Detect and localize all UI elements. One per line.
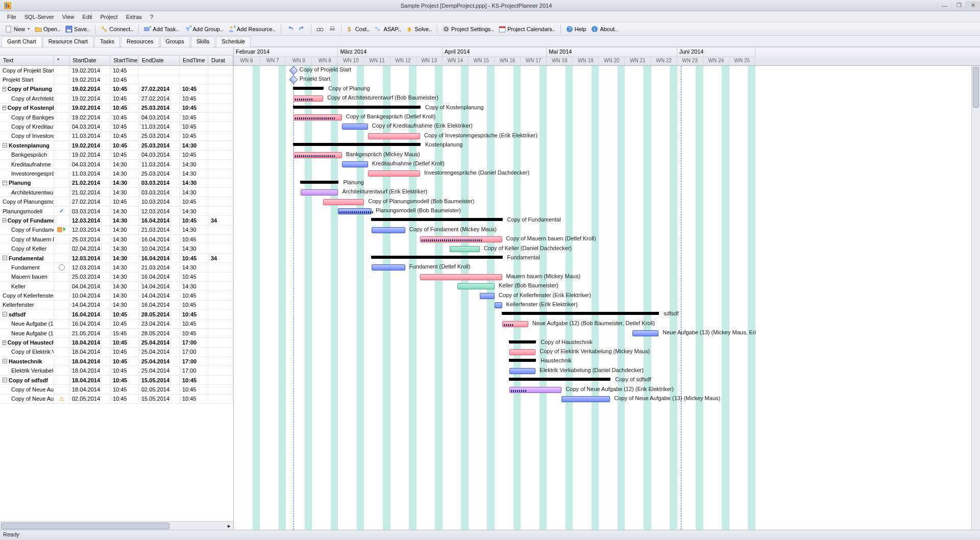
table-row[interactable]: Copy of Kreditaufn...04.03.201410:4511.0… — [0, 122, 233, 131]
menu-sqlserver[interactable]: SQL-Server — [20, 13, 58, 21]
collapse-icon[interactable]: − — [3, 143, 7, 148]
task-bar[interactable] — [293, 152, 342, 158]
table-row[interactable]: Investorengespräc...11.03.201414:3025.03… — [0, 169, 233, 178]
projectsettings-button[interactable]: Project Settings.. — [440, 25, 496, 33]
table-row[interactable]: Copy of Projekt Start19.02.201410:45 — [0, 66, 233, 75]
col-text[interactable]: Text — [0, 55, 54, 65]
gantt-vscroll[interactable] — [971, 66, 980, 530]
collapse-icon[interactable]: − — [3, 340, 6, 345]
maximize-button[interactable]: ❐ — [951, 1, 966, 10]
col-endtime[interactable]: EndTime — [180, 55, 208, 65]
summary-bar[interactable] — [372, 218, 502, 221]
tab-schedule[interactable]: Schedule — [216, 36, 251, 47]
table-row[interactable]: Copy of Architektu...19.02.201410:4527.0… — [0, 94, 233, 103]
table-row[interactable]: Architekturentwurf21.02.201414:3003.03.2… — [0, 188, 233, 197]
tab-resources[interactable]: Resources — [121, 36, 159, 47]
table-row[interactable]: Neue Aufgabe (12)16.04.201410:4523.04.20… — [0, 320, 233, 329]
task-bar[interactable] — [372, 264, 405, 271]
solve-button[interactable]: Solve.. — [404, 25, 434, 33]
task-bar[interactable] — [509, 387, 561, 393]
help-button[interactable]: ?Help — [564, 25, 589, 33]
col-star[interactable]: * — [54, 55, 69, 65]
table-row[interactable]: Fundament12.03.201414:3021.03.201414:30 — [0, 263, 233, 272]
table-row[interactable]: −sdfsdf16.04.201410:4528.05.201410:45 — [0, 310, 233, 319]
table-row[interactable]: Kreditaufnahme04.03.201414:3011.03.20141… — [0, 160, 233, 169]
task-bar[interactable] — [372, 227, 405, 233]
projectcalendars-button[interactable]: Project Calendars.. — [497, 25, 557, 33]
task-bar[interactable] — [342, 124, 368, 130]
about-button[interactable]: iAbout.. — [589, 25, 620, 33]
collapse-icon[interactable]: − — [3, 359, 7, 363]
summary-bar[interactable] — [509, 378, 610, 381]
save-button[interactable]: Save.. — [63, 25, 92, 33]
milestone[interactable] — [289, 76, 298, 84]
summary-bar[interactable] — [509, 359, 535, 362]
task-bar[interactable] — [301, 189, 338, 195]
summary-bar[interactable] — [372, 256, 502, 259]
task-bar[interactable] — [420, 274, 502, 280]
task-bar[interactable] — [561, 396, 610, 402]
grid-body[interactable]: Copy of Projekt Start19.02.201410:45Proj… — [0, 66, 233, 521]
summary-bar[interactable] — [502, 312, 659, 315]
table-row[interactable]: Copy of Bankgespr...19.02.201410:4504.03… — [0, 113, 233, 122]
asap-button[interactable]: ASAP.. — [373, 25, 403, 33]
close-button[interactable]: ✕ — [966, 1, 980, 10]
table-row[interactable]: Neue Aufgabe (13)21.05.201415:4528.05.20… — [0, 329, 233, 338]
open-button[interactable]: Open.. — [33, 25, 62, 33]
cost-button[interactable]: $Cost.. — [345, 25, 372, 33]
minimize-button[interactable]: — — [937, 1, 951, 10]
gantt-area[interactable]: Copy of Projekt StartProjekt StartCopy o… — [234, 66, 980, 530]
table-row[interactable]: −Copy of Kostenpl...19.02.201410:4525.03… — [0, 104, 233, 113]
task-bar[interactable] — [457, 283, 495, 289]
print-button[interactable] — [327, 25, 338, 33]
table-row[interactable]: Copy of Fundament12.03.201414:3021.03.20… — [0, 226, 233, 235]
addresource-button[interactable]: +Add Resource.. — [226, 25, 278, 33]
redo-button[interactable] — [297, 25, 308, 33]
collapse-icon[interactable]: − — [3, 256, 7, 260]
undo-button[interactable] — [284, 25, 296, 33]
new-button[interactable]: New — [3, 25, 32, 33]
table-row[interactable]: −Copy of Fundame...12.03.201414:3016.04.… — [0, 216, 233, 225]
tab-resource-chart[interactable]: Resource Chart — [43, 36, 93, 47]
task-bar[interactable] — [368, 170, 420, 177]
scroll-right-icon[interactable]: ▸ — [225, 522, 233, 530]
table-row[interactable]: Copy of Elektrik Ve...18.04.201410:4525.… — [0, 348, 233, 357]
menu-view[interactable]: View — [58, 13, 79, 21]
table-row[interactable]: −Planung21.02.201414:3003.03.201414:30 — [0, 179, 233, 188]
table-row[interactable]: Copy of Neue Auf...18.04.201410:4502.05.… — [0, 385, 233, 394]
table-row[interactable]: Copy of Kellerfenster10.04.201414:3014.0… — [0, 291, 233, 300]
table-row[interactable]: Projekt Start19.02.201410:45 — [0, 75, 233, 84]
table-row[interactable]: −Fundamental12.03.201414:3016.04.201410:… — [0, 254, 233, 263]
table-row[interactable]: Copy of Keller02.04.201414:3010.04.20141… — [0, 244, 233, 253]
tab-gantt-chart[interactable]: Gantt Chart — [2, 36, 42, 47]
task-bar[interactable] — [342, 161, 368, 167]
task-bar[interactable] — [368, 133, 420, 139]
col-duration[interactable]: Durat — [208, 55, 233, 65]
table-row[interactable]: Mauern bauen25.03.201414:3016.04.201410:… — [0, 273, 233, 282]
table-row[interactable]: −Copy of Planung19.02.201410:4527.02.201… — [0, 85, 233, 94]
task-bar[interactable] — [450, 246, 479, 252]
table-row[interactable]: −Kostenplanung19.02.201410:4525.03.20141… — [0, 141, 233, 150]
bino-button[interactable] — [314, 25, 326, 33]
summary-bar[interactable] — [509, 340, 535, 343]
table-row[interactable]: −Copy of sdfsdf18.04.201410:4515.05.2014… — [0, 376, 233, 385]
task-bar[interactable] — [293, 114, 342, 120]
task-bar[interactable] — [323, 199, 364, 205]
addtask-button[interactable]: +Add Task.. — [142, 25, 181, 33]
connect-button[interactable]: Connect.. — [99, 25, 135, 33]
milestone[interactable] — [289, 66, 298, 75]
task-bar[interactable] — [338, 208, 372, 214]
table-row[interactable]: Keller04.04.201414:3014.04.201414:30 — [0, 282, 233, 291]
table-row[interactable]: −Copy of Haustech...18.04.201410:4525.04… — [0, 338, 233, 347]
tab-tasks[interactable]: Tasks — [94, 36, 120, 47]
menu-edit[interactable]: Edit — [78, 13, 96, 21]
addgroup-button[interactable]: +Add Group.. — [182, 25, 225, 33]
col-startdate[interactable]: StartDate — [69, 55, 110, 65]
collapse-icon[interactable]: − — [3, 181, 7, 185]
task-bar[interactable] — [293, 95, 323, 102]
summary-bar[interactable] — [301, 181, 338, 184]
task-bar[interactable] — [420, 236, 502, 242]
task-bar[interactable] — [480, 293, 495, 299]
tab-skills[interactable]: Skills — [191, 36, 215, 47]
table-row[interactable]: Elektrik Verkabelung18.04.201410:4525.04… — [0, 366, 233, 376]
